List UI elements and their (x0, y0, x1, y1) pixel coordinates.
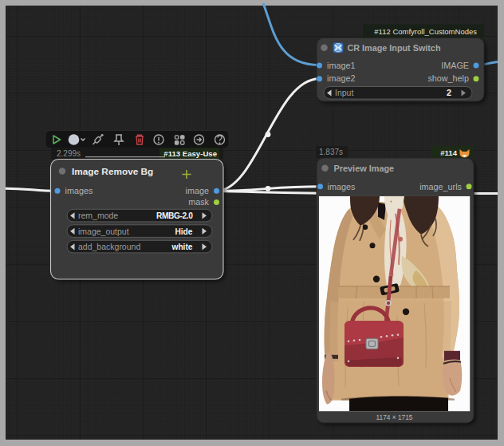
svg-text:image_urls: image_urls (419, 182, 462, 191)
svg-text:2.299s: 2.299s (57, 149, 81, 158)
svg-text:add_background: add_background (78, 242, 140, 251)
svg-text:1.837s: 1.837s (319, 148, 343, 156)
svg-text:Hide: Hide (175, 227, 192, 236)
svg-text:#113 Easy-Use: #113 Easy-Use (163, 149, 217, 158)
svg-text:rem_mode: rem_mode (78, 211, 118, 220)
svg-text:image: image (186, 186, 209, 195)
svg-text:RMBG-2.0: RMBG-2.0 (156, 211, 193, 220)
svg-text:images: images (65, 186, 93, 195)
svg-text:1174 × 1715: 1174 × 1715 (376, 413, 413, 421)
svg-text:#112 Comfyroll_CustomNodes: #112 Comfyroll_CustomNodes (374, 27, 477, 36)
svg-text:images: images (328, 182, 356, 191)
svg-text:show_help: show_help (427, 73, 469, 83)
svg-text:IMAGE: IMAGE (441, 61, 469, 70)
svg-text:Input: Input (335, 88, 353, 97)
svg-text:#114: #114 (440, 148, 457, 157)
svg-text:image_output: image_output (78, 227, 129, 236)
svg-text:2: 2 (447, 88, 451, 97)
svg-text:mask: mask (188, 197, 209, 207)
svg-text:white: white (171, 243, 192, 251)
svg-text:Image Remove Bg: Image Remove Bg (72, 166, 153, 177)
svg-text:image2: image2 (327, 73, 355, 83)
svg-text:image1: image1 (327, 61, 355, 70)
svg-text:Preview Image: Preview Image (334, 164, 395, 173)
svg-text:CR Image Input Switch: CR Image Input Switch (348, 43, 441, 53)
